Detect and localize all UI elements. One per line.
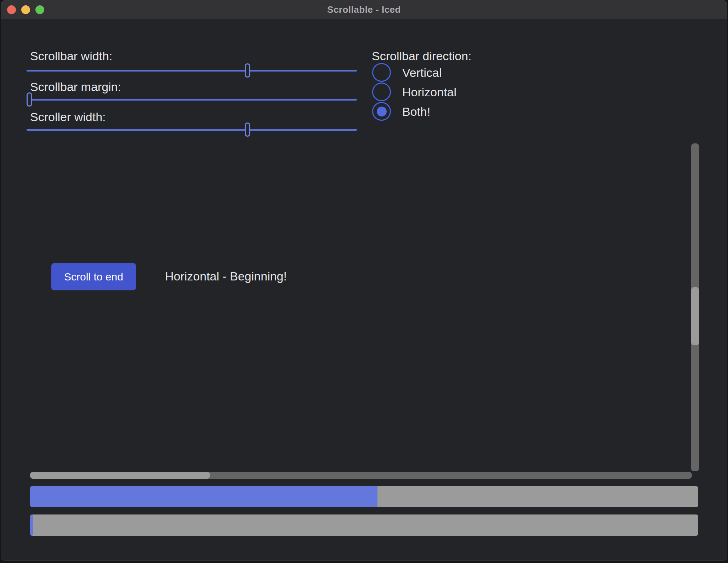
progress-fill-0 (30, 486, 377, 507)
scroll-to-end-button[interactable]: Scroll to end (51, 263, 136, 290)
slider-rail[interactable] (27, 129, 357, 131)
slider-rail[interactable] (27, 99, 357, 101)
scrollbar-margin-label: Scrollbar margin: (30, 80, 121, 94)
slider-rail[interactable] (27, 70, 357, 72)
scroll-status-text: Horizontal - Beginning! (165, 269, 287, 283)
slider-handle-2[interactable] (245, 123, 250, 137)
radio-label: Vertical (402, 66, 442, 80)
radio-circle-2[interactable] (372, 102, 391, 121)
radio-label: Horizontal (402, 85, 456, 99)
horizontal-progress-bar (30, 514, 698, 536)
scrollbar-width-label: Scrollbar width: (30, 49, 112, 63)
radio-dot-icon (377, 107, 387, 116)
radio-circle-0[interactable] (372, 63, 391, 82)
radio-option-both[interactable]: Both! (372, 102, 430, 121)
radio-option-vertical[interactable]: Vertical (372, 63, 442, 82)
radio-circle-1[interactable] (372, 83, 391, 101)
scrollbar-direction-heading: Scrollbar direction: (372, 49, 472, 63)
scrollbar-width-slider[interactable] (27, 63, 357, 78)
window-title: Scrollable - Iced (1, 0, 727, 19)
scroller-width-slider[interactable] (27, 123, 357, 137)
horizontal-scroller[interactable] (30, 472, 210, 479)
titlebar: Scrollable - Iced (1, 0, 727, 19)
vertical-progress-bar (30, 486, 698, 507)
horizontal-scrollbar-track[interactable] (30, 472, 692, 479)
slider-handle-0[interactable] (245, 63, 250, 78)
vertical-scrollbar-track[interactable] (691, 143, 699, 471)
scrollbar-margin-slider[interactable] (27, 92, 357, 107)
radio-label: Both! (402, 104, 430, 119)
slider-handle-1[interactable] (27, 92, 32, 107)
radio-option-horizontal[interactable]: Horizontal (372, 83, 456, 101)
vertical-scroller[interactable] (691, 287, 699, 346)
app-window: Scrollable - Iced Scrollbar width: Scrol… (1, 0, 727, 561)
progress-fill-1 (30, 514, 33, 536)
scroller-width-label: Scroller width: (30, 110, 106, 124)
